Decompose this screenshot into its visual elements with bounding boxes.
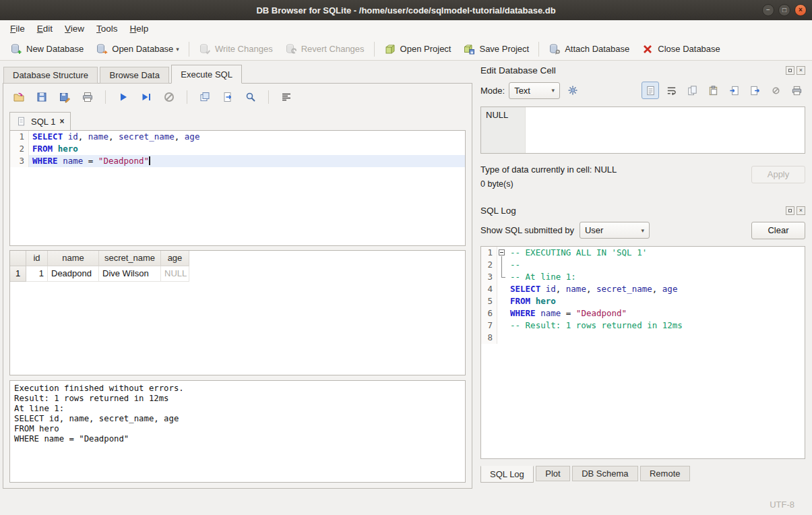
mode-label: Mode: bbox=[480, 86, 505, 96]
cell-age[interactable]: NULL bbox=[161, 266, 189, 282]
maximize-button[interactable]: □ bbox=[778, 4, 790, 16]
write-changes-button[interactable]: Write Changes bbox=[193, 40, 279, 59]
titlebar[interactable]: DB Browser for SQLite - /home/user/code/… bbox=[0, 0, 812, 20]
toolbar-separator bbox=[538, 42, 539, 57]
results-grid[interactable]: id name secret_name age 1 1 Deadpond Div… bbox=[9, 250, 466, 375]
menu-help[interactable]: Help bbox=[124, 20, 155, 38]
close-database-icon bbox=[642, 43, 654, 55]
save-sql-as-button[interactable] bbox=[56, 88, 73, 106]
clear-log-button[interactable]: Clear bbox=[751, 222, 805, 239]
cell-id[interactable]: 1 bbox=[26, 266, 48, 282]
stop-button[interactable] bbox=[160, 88, 178, 106]
editor-line[interactable]: 1 SELECT id, name, secret_name, age bbox=[10, 131, 465, 143]
new-sql-tab-button[interactable] bbox=[196, 88, 214, 106]
copy-cell-button[interactable] bbox=[683, 82, 701, 99]
menu-tools[interactable]: Tools bbox=[90, 20, 124, 38]
apply-button[interactable]: Apply bbox=[751, 166, 805, 183]
float-panel-button[interactable] bbox=[786, 66, 794, 75]
column-header-age[interactable]: age bbox=[161, 251, 189, 266]
column-header-id[interactable]: id bbox=[26, 251, 48, 266]
table-row[interactable]: 1 1 Deadpond Dive Wilson NULL bbox=[10, 266, 465, 282]
mode-combobox[interactable]: Text ▾ bbox=[509, 82, 560, 99]
text-mode-button[interactable] bbox=[642, 82, 659, 99]
row-number[interactable]: 1 bbox=[10, 266, 26, 282]
execution-message-pane[interactable]: Execution finished without errors. Resul… bbox=[9, 380, 466, 483]
fold-marker[interactable] bbox=[497, 247, 507, 259]
cell-settings-button[interactable] bbox=[564, 82, 582, 99]
execute-line-button[interactable] bbox=[137, 88, 155, 106]
import-cell-data-button[interactable] bbox=[725, 82, 743, 99]
sql-tab-row: SQL 1 × bbox=[9, 112, 472, 130]
encoding-indicator[interactable]: UTF-8 bbox=[770, 499, 794, 510]
bottom-panel-tabs: SQL Log Plot DB Schema Remote bbox=[480, 466, 805, 483]
close-icon: × bbox=[799, 207, 803, 214]
tab-browse-data[interactable]: Browse Data bbox=[100, 67, 168, 84]
sql-log-view[interactable]: 1-- EXECUTING ALL IN 'SQL 1' 2-- 3-- At … bbox=[480, 246, 805, 459]
close-panel-button[interactable]: × bbox=[797, 66, 805, 75]
execute-all-button[interactable] bbox=[115, 88, 132, 106]
format-sql-icon bbox=[280, 91, 292, 103]
editor-line-current[interactable]: 3 WHERE name = "Deadpond" bbox=[10, 155, 465, 167]
sql-log-header: SQL Log × bbox=[480, 205, 805, 216]
submitter-combobox[interactable]: User ▾ bbox=[580, 222, 650, 239]
export-cell-data-button[interactable] bbox=[746, 82, 763, 99]
close-icon: × bbox=[799, 6, 803, 13]
write-changes-icon bbox=[199, 43, 211, 55]
toolbar-separator bbox=[187, 90, 187, 104]
fold-marker bbox=[497, 271, 507, 283]
revert-changes-button[interactable]: Revert Changes bbox=[279, 40, 371, 59]
tab-plot[interactable]: Plot bbox=[536, 466, 569, 481]
cell-editor[interactable]: NULL bbox=[480, 107, 805, 154]
menu-edit[interactable]: Edit bbox=[31, 20, 59, 38]
open-in-new-tab-button[interactable] bbox=[219, 88, 237, 106]
sql-tab[interactable]: SQL 1 × bbox=[9, 112, 71, 130]
menu-file[interactable]: File bbox=[4, 20, 31, 38]
line-number: 3 bbox=[481, 271, 497, 283]
fold-marker bbox=[497, 307, 507, 320]
close-button[interactable]: × bbox=[794, 4, 807, 16]
column-header-secret-name[interactable]: secret_name bbox=[99, 251, 161, 266]
paste-cell-button[interactable] bbox=[704, 82, 722, 99]
menu-view[interactable]: View bbox=[59, 20, 90, 38]
set-null-button[interactable] bbox=[767, 82, 784, 99]
close-database-button[interactable]: Close Database bbox=[635, 40, 726, 59]
open-project-button[interactable]: Open Project bbox=[378, 40, 458, 59]
word-wrap-button[interactable] bbox=[662, 82, 680, 99]
main-tabs: Database Structure Browse Data Execute S… bbox=[3, 65, 474, 83]
message-line: Result: 1 rows returned in 12ms bbox=[14, 394, 461, 404]
main-toolbar: New Database Open Database ▾ Write Chang… bbox=[0, 38, 812, 61]
print-cell-button[interactable] bbox=[788, 82, 805, 99]
filter-label: Show SQL submitted by bbox=[480, 225, 574, 235]
attach-database-button[interactable]: Attach Database bbox=[542, 40, 635, 59]
editor-line[interactable]: 2 FROM hero bbox=[10, 143, 465, 155]
sql-editor[interactable]: 1 SELECT id, name, secret_name, age 2 FR… bbox=[9, 130, 466, 246]
cell-secret-name[interactable]: Dive Wilson bbox=[99, 266, 161, 282]
minimize-button[interactable]: − bbox=[762, 4, 774, 16]
close-panel-button[interactable]: × bbox=[797, 206, 805, 215]
save-project-button[interactable]: Save Project bbox=[457, 40, 535, 59]
tab-database-structure[interactable]: Database Structure bbox=[3, 67, 98, 84]
tab-remote[interactable]: Remote bbox=[640, 466, 690, 481]
float-icon bbox=[788, 209, 792, 212]
toolbar-separator bbox=[374, 42, 375, 57]
tab-execute-sql[interactable]: Execute SQL bbox=[171, 65, 242, 84]
new-database-button[interactable]: New Database bbox=[4, 40, 90, 59]
float-panel-button[interactable] bbox=[786, 206, 794, 215]
menubar: File Edit View Tools Help bbox=[0, 20, 812, 38]
message-line: At line 1: bbox=[14, 404, 461, 414]
open-sql-file-button[interactable] bbox=[10, 88, 28, 106]
save-sql-file-button[interactable] bbox=[33, 88, 51, 106]
sql-toolbar bbox=[3, 84, 472, 109]
find-replace-button[interactable] bbox=[242, 88, 259, 106]
copy-icon bbox=[687, 85, 698, 96]
tab-sql-log[interactable]: SQL Log bbox=[480, 466, 534, 483]
cell-name[interactable]: Deadpond bbox=[48, 266, 99, 282]
chevron-down-icon[interactable]: ▾ bbox=[176, 46, 179, 53]
format-sql-button[interactable] bbox=[278, 88, 295, 106]
close-tab-icon[interactable]: × bbox=[59, 117, 64, 126]
tab-db-schema[interactable]: DB Schema bbox=[572, 466, 637, 481]
open-database-button[interactable]: Open Database ▾ bbox=[90, 40, 185, 59]
print-sql-button[interactable] bbox=[79, 88, 96, 106]
open-in-tab-icon bbox=[222, 91, 234, 103]
column-header-name[interactable]: name bbox=[48, 251, 99, 266]
